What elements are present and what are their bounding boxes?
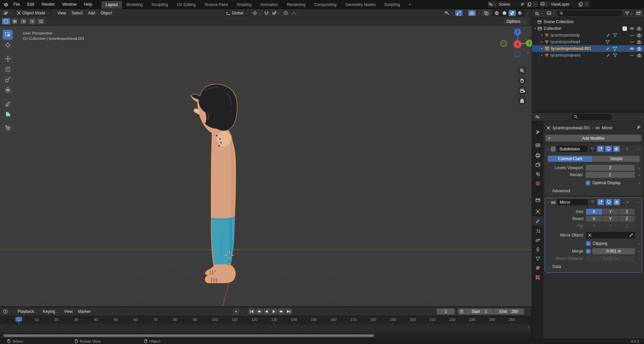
flip-z-button[interactable]: Z	[619, 223, 635, 229]
options-button[interactable]: Options ⌄	[504, 18, 528, 24]
eye-closed-icon[interactable]	[630, 54, 634, 57]
drag-handle-icon[interactable]: ∷∷	[637, 201, 640, 204]
timeline-menu-view[interactable]: View	[61, 309, 75, 314]
scene-name-field[interactable]: Scene	[497, 1, 526, 7]
keying-set-dropdown[interactable]: ⌄	[241, 310, 244, 313]
end-frame-field[interactable]: End 250	[494, 308, 524, 315]
outliner-row-lycantroposhead-001[interactable]: ▸ lycantroposhead.001	[532, 45, 644, 52]
axis-x-button[interactable]: X	[586, 209, 602, 215]
catmull-clark-button[interactable]: Catmull-Clark	[548, 156, 593, 162]
overlays-toggle[interactable]	[468, 10, 476, 16]
workspace-tab-compositing[interactable]: Compositing	[310, 1, 341, 9]
workspace-tab-uv-editing[interactable]: UV Editing	[172, 1, 200, 9]
viewport-menu-view[interactable]: View	[55, 11, 69, 15]
render-levels-value[interactable]: 2	[586, 172, 635, 178]
clipping-checkbox[interactable]: ✓	[586, 241, 591, 246]
modifier-extras-dropdown[interactable]: ⌄	[623, 201, 625, 204]
tab-scene[interactable]	[532, 169, 543, 179]
current-frame-field[interactable]: 1	[437, 308, 455, 315]
disclosure-triangle-icon[interactable]: ▸	[541, 41, 543, 43]
tab-world[interactable]	[532, 179, 543, 188]
modifier-delete-button[interactable]: ✕	[626, 200, 629, 204]
tab-collection[interactable]	[532, 196, 543, 205]
tool-annotate[interactable]	[3, 99, 13, 109]
camera-view-icon[interactable]	[518, 86, 527, 95]
animate-dot[interactable]: ●	[639, 167, 640, 169]
pan-hand-icon[interactable]	[518, 76, 527, 85]
eye-open-icon[interactable]	[630, 47, 634, 50]
editor-type-button[interactable]: ⌄	[2, 10, 13, 16]
animate-dot[interactable]: ●	[638, 258, 640, 260]
outliner-display-mode-dropdown[interactable]: ⌄	[546, 10, 556, 16]
shading-solid-button[interactable]	[501, 10, 508, 16]
select-mode-subtract-icon[interactable]	[19, 18, 28, 24]
disclosure-triangle-icon[interactable]: ▸	[541, 34, 543, 37]
play-button[interactable]	[271, 308, 277, 315]
bisect-x-button[interactable]: X	[586, 216, 602, 222]
channel-expand-arrow[interactable]: ›	[1, 326, 3, 330]
viewport-menu-add[interactable]: Add	[85, 11, 98, 15]
select-mode-extend-icon[interactable]	[11, 18, 19, 24]
workspace-tab-scripting[interactable]: Scripting	[380, 1, 405, 9]
panel-collapse-icon[interactable]: ⌄	[547, 201, 550, 204]
gizmo-z-negative-axis[interactable]	[514, 51, 521, 57]
outliner-row-collection[interactable]: ▾ Collection ✓	[532, 25, 644, 32]
use-preview-range-toggle[interactable]	[458, 308, 465, 315]
jump-to-start-button[interactable]	[249, 308, 255, 315]
mirror-object-field[interactable]	[586, 232, 635, 238]
menu-help[interactable]: Help	[80, 0, 96, 9]
tab-modifiers-active[interactable]	[532, 216, 543, 225]
pin-icon[interactable]	[521, 2, 524, 6]
previous-keyframe-button[interactable]	[256, 308, 263, 315]
tool-select-box[interactable]	[3, 30, 13, 40]
outliner-row-lycantroposbody[interactable]: ▸ lycantroposbody	[532, 32, 644, 39]
menu-file[interactable]: File	[10, 0, 23, 9]
menu-render[interactable]: Render	[38, 0, 58, 9]
bisect-distance-value[interactable]: 0.001 m	[586, 256, 635, 262]
eye-closed-icon[interactable]	[630, 40, 634, 44]
camera-render-icon[interactable]	[637, 33, 641, 37]
mirror-edit-mode-toggle[interactable]	[589, 199, 596, 205]
timeline-editor-type-button[interactable]: ⌄	[2, 308, 12, 315]
pin-id-icon[interactable]	[637, 125, 641, 129]
view-layer-copy-button[interactable]	[578, 1, 584, 7]
breadcrumb-object[interactable]: lycantroposhead.001	[553, 126, 590, 130]
collection-checkbox[interactable]: ✓	[623, 26, 627, 31]
menu-edit[interactable]: Edit	[23, 0, 38, 9]
shading-material-preview-button[interactable]	[508, 10, 516, 16]
tab-material[interactable]	[532, 263, 543, 272]
axis-y-button[interactable]: Y	[602, 209, 619, 215]
menu-window[interactable]: Window	[58, 0, 80, 9]
outliner-search-input[interactable]	[557, 10, 623, 16]
timeline-collapse-arrow[interactable]: ‹	[528, 325, 529, 330]
disclosure-triangle-icon[interactable]: ▾	[535, 27, 536, 30]
proportional-falloff-dropdown[interactable]: ⌄	[290, 10, 301, 16]
timeline-menu-keying[interactable]: Keying⌄	[40, 309, 61, 314]
viewport-menu-select[interactable]: Select	[69, 11, 85, 15]
outliner-row-scene-collection[interactable]: Scene Collection	[532, 18, 644, 25]
shading-rendered-button[interactable]	[516, 10, 524, 16]
horizontal-scrollbar[interactable]	[3, 334, 374, 337]
bisect-z-button[interactable]: Z	[619, 216, 635, 222]
tool-rotate[interactable]	[3, 64, 13, 74]
animate-dot[interactable]: ●	[638, 243, 640, 245]
modifier-extras-dropdown[interactable]: ⌄	[622, 147, 625, 150]
disclosure-triangle-icon[interactable]: ▸	[541, 47, 543, 50]
drag-handle-icon[interactable]: ∷∷	[637, 147, 640, 151]
start-frame-field[interactable]: Start 1	[465, 308, 493, 315]
properties-search-input[interactable]	[572, 114, 612, 120]
subdiv-realtime-toggle[interactable]	[605, 146, 612, 152]
tool-transform[interactable]	[3, 85, 13, 95]
select-mode-invert-icon[interactable]	[28, 18, 36, 24]
outliner-editor-type-button[interactable]: ⌄	[534, 10, 544, 16]
gizmos-dropdown[interactable]: ⌄	[465, 12, 467, 15]
snap-toggle-magnet-icon[interactable]	[263, 10, 270, 16]
timeline-menu-playback[interactable]: Playback⌄	[15, 309, 40, 314]
camera-render-icon[interactable]	[637, 54, 641, 57]
flip-y-button[interactable]: Y	[602, 223, 619, 229]
panel-collapse-icon[interactable]: ⌄	[547, 147, 549, 150]
timeline-tracks[interactable]: › ‹	[0, 324, 531, 333]
eye-open-icon[interactable]	[630, 27, 634, 30]
view-layer-name-field[interactable]: ViewLayer	[549, 1, 578, 7]
add-workspace-tab[interactable]: +	[405, 1, 416, 9]
